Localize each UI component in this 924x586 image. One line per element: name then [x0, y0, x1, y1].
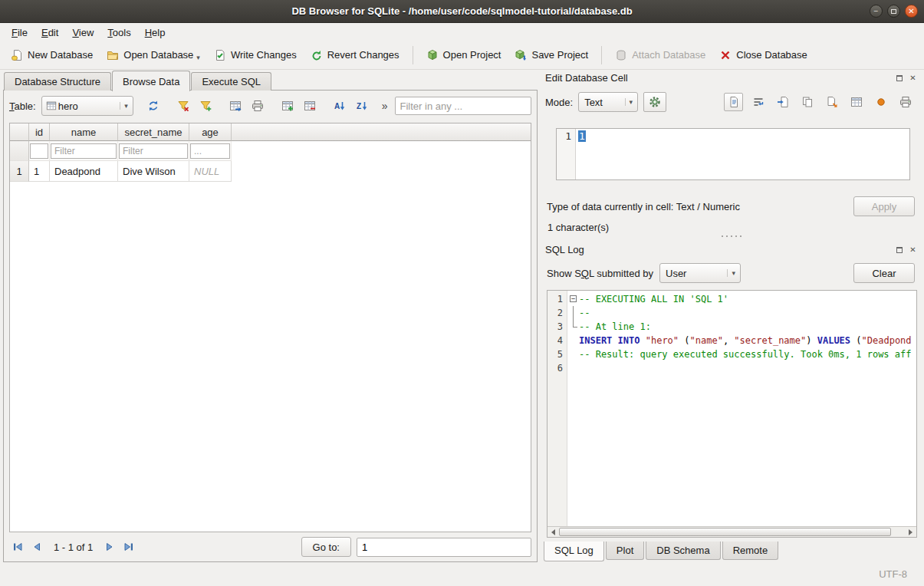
chevron-down-icon: ▾ — [196, 54, 200, 61]
chevron-down-icon: ▾ — [625, 98, 636, 106]
maximize-icon[interactable] — [887, 5, 900, 18]
cell-age[interactable]: NULL — [189, 161, 232, 182]
save-as-button[interactable] — [822, 93, 841, 111]
title-bar[interactable]: DB Browser for SQLite - /home/user/code/… — [0, 0, 924, 23]
print-table-button[interactable] — [248, 96, 268, 116]
edit-cell-title: Edit Database Cell — [545, 72, 891, 84]
sql-log-line: 1−-- EXECUTING ALL IN 'SQL 1' — [547, 292, 916, 306]
next-record-button[interactable] — [101, 538, 118, 555]
sort-descending-button[interactable]: Z — [352, 96, 372, 116]
refresh-button[interactable] — [143, 96, 163, 116]
toolbar-overflow-icon[interactable]: » — [380, 100, 390, 112]
clear-filters-button[interactable] — [173, 96, 193, 116]
close-database-button[interactable]: Close Database — [713, 45, 814, 65]
filter-input-secret-name[interactable] — [119, 143, 188, 159]
print-cell-button[interactable] — [896, 93, 915, 111]
filter-any-input[interactable] — [395, 97, 532, 115]
svg-text:Z: Z — [357, 102, 361, 110]
goto-button[interactable]: Go to: — [301, 537, 351, 557]
filter-input-name[interactable] — [51, 143, 117, 159]
tab-sql-log[interactable]: SQL Log — [544, 542, 604, 561]
table-select[interactable]: hero ▾ — [41, 96, 133, 116]
scrollbar-track[interactable] — [559, 527, 905, 537]
filter-input-id[interactable] — [30, 143, 48, 159]
first-record-button[interactable] — [9, 538, 26, 555]
menu-edit[interactable]: Edit — [35, 25, 65, 40]
word-wrap-button[interactable] — [748, 93, 768, 111]
tab-db-schema[interactable]: DB Schema — [646, 542, 720, 560]
cell-editor-content: 1 — [578, 130, 586, 142]
revert-changes-button[interactable]: Revert Changes — [304, 45, 406, 65]
sql-log-editor[interactable]: 1−-- EXECUTING ALL IN 'SQL 1'2--3-- At l… — [547, 290, 917, 538]
sql-log-lines: 1−-- EXECUTING ALL IN 'SQL 1'2--3-- At l… — [547, 292, 916, 526]
save-project-button[interactable]: Save Project — [508, 45, 594, 65]
mode-label: Mode: — [545, 97, 573, 108]
dock-close-icon[interactable]: ✕ — [907, 244, 919, 255]
apply-button[interactable]: Apply — [853, 196, 915, 216]
open-in-table-button[interactable] — [847, 93, 866, 111]
menu-help[interactable]: Help — [138, 25, 173, 40]
row-number-header — [10, 123, 29, 141]
new-database-button[interactable]: New Database — [5, 45, 99, 65]
mode-select[interactable]: Text ▾ — [578, 92, 638, 112]
column-header-secret-name[interactable]: secret_name — [118, 123, 189, 141]
edit-cell-dock-title: Edit Database Cell ✕ — [545, 70, 919, 86]
column-header-id[interactable]: id — [29, 123, 50, 141]
save-filter-button[interactable] — [196, 96, 215, 116]
window-controls: − ✕ — [870, 5, 918, 18]
sort-ascending-button[interactable]: A — [330, 96, 350, 116]
tab-database-structure[interactable]: Database Structure — [4, 72, 111, 91]
open-database-icon — [107, 49, 119, 61]
cell-editor[interactable]: 1 1 — [556, 128, 910, 180]
auto-switch-mode-button[interactable] — [643, 92, 666, 112]
export-file-button[interactable] — [797, 93, 817, 111]
column-header-age[interactable]: age — [189, 123, 232, 141]
tab-remote[interactable]: Remote — [722, 542, 779, 560]
set-null-button[interactable] — [871, 93, 890, 111]
scrollbar-thumb[interactable] — [559, 528, 891, 536]
cell-secret-name[interactable]: Dive Wilson — [118, 161, 189, 182]
dock-close-icon[interactable]: ✕ — [907, 72, 919, 84]
row-header: 1 — [10, 161, 29, 182]
attach-database-button[interactable]: Attach Database — [609, 45, 712, 65]
previous-record-button[interactable] — [28, 538, 45, 555]
write-changes-button[interactable]: Write Changes — [208, 45, 303, 65]
insert-record-button[interactable] — [278, 96, 298, 116]
menu-tools[interactable]: Tools — [100, 25, 137, 40]
import-file-button[interactable] — [773, 93, 792, 111]
scroll-left-icon[interactable] — [547, 527, 559, 537]
open-project-label: Open Project — [443, 49, 501, 61]
dock-splitter-handle[interactable] — [541, 232, 921, 240]
minimize-icon[interactable]: − — [870, 5, 883, 18]
edit-cell-toolbar: Mode: Text ▾ — [545, 90, 915, 114]
open-database-button[interactable]: Open Database ▾ — [100, 45, 206, 65]
dock-float-icon[interactable] — [893, 72, 905, 84]
menu-view[interactable]: View — [65, 25, 100, 40]
table-grid-icon — [46, 100, 57, 111]
export-table-button[interactable] — [225, 96, 245, 116]
tab-execute-sql[interactable]: Execute SQL — [191, 72, 271, 91]
cell-id[interactable]: 1 — [29, 161, 50, 182]
text-mode-button[interactable] — [724, 93, 743, 111]
tab-plot[interactable]: Plot — [606, 542, 644, 560]
revert-changes-icon — [311, 49, 323, 61]
close-icon[interactable]: ✕ — [905, 5, 918, 18]
table-row[interactable]: 1 1 Deadpond Dive Wilson NULL — [10, 161, 531, 182]
dock-float-icon[interactable] — [893, 244, 905, 255]
scroll-right-icon[interactable] — [905, 527, 916, 537]
column-header-name[interactable]: name — [50, 123, 118, 141]
cell-editor-body[interactable]: 1 — [576, 129, 909, 179]
open-project-button[interactable]: Open Project — [420, 45, 508, 65]
last-record-button[interactable] — [120, 538, 137, 555]
goto-input[interactable] — [357, 538, 531, 557]
cell-name[interactable]: Deadpond — [50, 161, 118, 182]
sql-log-hscrollbar[interactable] — [547, 526, 916, 537]
menu-file[interactable]: File — [5, 25, 35, 40]
close-database-icon — [719, 49, 732, 61]
grid-filter-filler — [232, 141, 531, 161]
filter-input-age[interactable] — [190, 143, 230, 159]
sql-log-filter-select[interactable]: User ▾ — [659, 263, 741, 283]
delete-record-button[interactable] — [300, 96, 320, 116]
clear-log-button[interactable]: Clear — [853, 263, 915, 283]
tab-browse-data[interactable]: Browse Data — [112, 71, 190, 91]
